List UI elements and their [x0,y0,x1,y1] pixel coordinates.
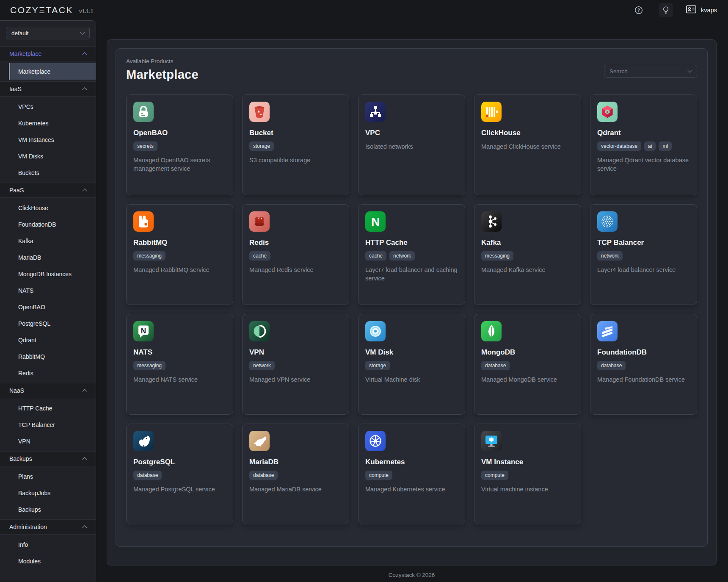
sidebar-section-paas[interactable]: PaaS [0,183,96,198]
sidebar-section-marketplace[interactable]: Marketplace [0,46,96,61]
product-card-mariadb[interactable]: MariaDB database Managed MariaDB service [242,424,349,524]
sidebar-item-clickhouse[interactable]: ClickHouse [0,200,96,216]
product-card-http-cache[interactable]: N HTTP Cache cachenetwork Layer7 load ba… [358,204,465,305]
help-icon[interactable]: ? [631,3,646,17]
tag-database: database [133,471,162,480]
sidebar-item-plans[interactable]: Plans [0,468,96,485]
product-card-kafka[interactable]: Kafka messaging Managed Kafka service [474,204,581,305]
product-card-vpn[interactable]: VPN network Managed VPN service [242,314,349,415]
sidebar-item-vm-disks[interactable]: VM Disks [0,148,96,164]
sidebar-item-redis[interactable]: Redis [0,365,96,381]
sidebar-section-naas[interactable]: NaaS [0,383,96,398]
chevron-up-icon [82,389,87,394]
sidebar-item-info[interactable]: Info [0,536,96,553]
eyebrow: Available Products [126,58,199,64]
kafka-icon [481,211,502,232]
product-card-bucket[interactable]: Bucket storage S3 compatible storage [242,94,349,195]
product-card-nats[interactable]: N NATS messaging Managed NATS service [126,314,233,415]
sidebar-item-backups[interactable]: Backups [0,501,96,518]
product-tags: network [597,251,690,261]
sidebar-item-http-cache[interactable]: HTTP Cache [0,400,96,416]
product-tags: network [249,361,342,370]
product-card-foundationdb[interactable]: FoundationDB database Managed Foundation… [590,314,697,415]
sidebar-item-label: VPCs [18,103,33,110]
product-card-clickhouse[interactable]: ClickHouse Managed ClickHouse service [474,94,581,195]
product-card-qdrant[interactable]: Qdrant vector-databaseaiml Managed Qdran… [590,94,697,195]
tag-database: database [481,361,510,370]
vmdisk-icon [365,321,386,341]
sidebar-nav: Marketplace Marketplace IaaS VPCs Kubern… [0,46,96,571]
product-description: Managed OpenBAO secrets management servi… [133,156,226,173]
sidebar-item-foundationdb[interactable]: FoundationDB [0,216,96,233]
sidebar-item-buckets[interactable]: Buckets [0,164,96,181]
product-name: NATS [133,348,226,357]
sidebar-item-label: Redis [18,370,33,377]
sidebar-item-mariadb[interactable]: MariaDB [0,249,96,266]
product-description: S3 compatible storage [249,156,342,164]
product-card-vpc[interactable]: VPC Isolated networks [358,94,465,195]
tenant-select[interactable]: default [6,27,90,39]
product-card-vm-instance[interactable]: VM Instance compute Virtual machine inst… [474,424,581,524]
product-tags: database [249,471,342,480]
product-description: Isolated networks [365,142,458,151]
product-name: Kubernetes [365,458,458,466]
product-description: Layer7 load balancer and caching service [365,266,458,283]
sidebar-item-nats[interactable]: NATS [0,282,96,299]
product-card-mongodb[interactable]: MongoDB database Managed MongoDB service [474,314,581,415]
search-input[interactable] [609,68,685,75]
product-tags: compute [365,471,458,480]
tcpbalancer-icon [597,211,618,232]
sidebar-item-openbao[interactable]: OpenBAO [0,299,96,315]
product-description: Managed Redis service [249,266,342,274]
sidebar-item-label: VPN [18,438,30,445]
sidebar-section-backups[interactable]: Backups [0,451,96,466]
product-card-openbao[interactable]: OpenBAO secrets Managed OpenBAO secrets … [126,94,233,195]
product-card-tcp-balancer[interactable]: TCP Balancer network Layer4 load balance… [590,204,697,305]
product-card-kubernetes[interactable]: Kubernetes compute Managed Kubernetes se… [358,424,465,524]
sidebar-item-rabbitmq[interactable]: RabbitMQ [0,348,96,365]
product-description: Managed Kubernetes service [365,485,458,493]
tag-cache: cache [365,251,386,261]
product-name: ClickHouse [481,129,574,137]
tag-database: database [597,361,626,370]
product-name: MariaDB [249,458,342,466]
sidebar-section-iaas[interactable]: IaaS [0,81,96,97]
sidebar-section-items: VPCs Kubernetes VM Instances VM Disks Bu… [0,97,96,183]
logo-wrap: COZYΞTACK v1.1.1 [10,5,93,15]
sidebar-item-qdrant[interactable]: Qdrant [0,332,96,348]
product-tags: storage [249,141,342,151]
user-menu[interactable]: kvaps [686,5,717,16]
product-name: RabbitMQ [133,238,226,247]
product-name: PostgreSQL [133,458,226,466]
sidebar-item-vm-instances[interactable]: VM Instances [0,131,96,148]
product-name: Qdrant [597,129,690,137]
sidebar-item-marketplace[interactable]: Marketplace [9,63,96,80]
sidebar-item-backupjobs[interactable]: BackupJobs [0,485,96,501]
sidebar-section-items: Info Modules [0,535,96,571]
product-card-vm-disk[interactable]: VM Disk storage Virtual Machine disk [358,314,465,415]
sidebar-item-label: PostgreSQL [18,320,50,327]
product-card-postgresql[interactable]: PostgreSQL database Managed PostgreSQL s… [126,424,233,524]
lightbulb-icon[interactable] [659,3,673,17]
search-box[interactable] [604,65,697,78]
heading-block: Available Products Marketplace [126,58,199,82]
sidebar-item-kubernetes[interactable]: Kubernetes [0,115,96,131]
vpc-icon [365,102,386,122]
vpn-icon [249,321,270,341]
sidebar-section-administration[interactable]: Administration [0,519,96,535]
svg-text:N: N [141,327,146,335]
sidebar-item-label: NATS [18,287,33,294]
sidebar-item-label: ClickHouse [18,205,48,211]
product-name: VM Instance [481,458,574,466]
sidebar-item-mongodb-instances[interactable]: MongoDB Instances [0,266,96,282]
sidebar-item-tcp-balancer[interactable]: TCP Balancer [0,416,96,433]
sidebar-item-postgresql[interactable]: PostgreSQL [0,315,96,332]
sidebar-item-vpcs[interactable]: VPCs [0,98,96,115]
product-card-redis[interactable]: Redis cache Managed Redis service [242,204,349,305]
product-card-rabbitmq[interactable]: RabbitMQ messaging Managed RabbitMQ serv… [126,204,233,305]
sidebar-item-modules[interactable]: Modules [0,553,96,569]
sidebar-item-kafka[interactable]: Kafka [0,233,96,249]
sidebar-item-label: RabbitMQ [18,353,45,360]
sidebar-item-vpn[interactable]: VPN [0,433,96,449]
sidebar-item-label: Marketplace [18,68,50,75]
